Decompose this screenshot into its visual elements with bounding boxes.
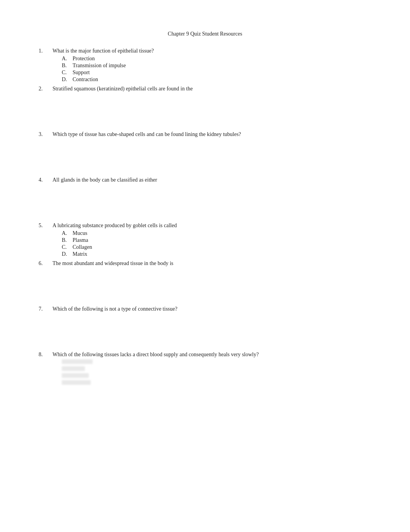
- blurred-line: [62, 366, 85, 371]
- question-block-3: 3.Which type of tissue has cube-shaped c…: [39, 131, 371, 174]
- answer-item: B.Transmission of impulse: [62, 63, 371, 69]
- answer-text: Plasma: [73, 237, 88, 243]
- answer-text: Matrix: [73, 251, 87, 257]
- question-row: 4.All glands in the body can be classifi…: [39, 177, 371, 183]
- question-block-6: 6.The most abundant and widespread tissu…: [39, 260, 371, 303]
- answer-item: A.Mucus: [62, 230, 371, 236]
- answer-item: D.Matrix: [62, 251, 371, 257]
- question-block-7: 7.Which of the following is not a type o…: [39, 306, 371, 348]
- answer-text: Mucus: [73, 230, 87, 236]
- question-number: 2.: [39, 86, 53, 92]
- question-text: Which of the following tissues lacks a d…: [53, 352, 371, 358]
- question-row: 2.Stratified squamous (keratinized) epit…: [39, 86, 371, 92]
- question-row: 1.What is the major function of epitheli…: [39, 48, 371, 54]
- answer-text: Support: [73, 70, 90, 76]
- blurred-line: [62, 373, 89, 378]
- question-text: Which type of tissue has cube-shaped cel…: [53, 131, 371, 138]
- blurred-answers: [39, 359, 371, 385]
- question-text: Stratified squamous (keratinized) epithe…: [53, 86, 371, 92]
- question-number: 1.: [39, 48, 53, 54]
- answer-spacer: [39, 268, 371, 303]
- answer-item: C.Support: [62, 70, 371, 76]
- question-block-2: 2.Stratified squamous (keratinized) epit…: [39, 86, 371, 128]
- answer-text: Protection: [73, 56, 95, 62]
- answer-letter: C.: [62, 70, 73, 76]
- answer-item: B.Plasma: [62, 237, 371, 243]
- question-text: A lubricating substance produced by gobl…: [53, 223, 371, 229]
- question-text: Which of the following is not a type of …: [53, 306, 371, 312]
- answer-spacer: [39, 139, 371, 174]
- answer-letter: C.: [62, 244, 73, 250]
- question-block-4: 4.All glands in the body can be classifi…: [39, 177, 371, 219]
- question-text: The most abundant and widespread tissue …: [53, 260, 371, 267]
- question-block-1: 1.What is the major function of epitheli…: [39, 48, 371, 83]
- blurred-line: [62, 359, 93, 364]
- question-row: 5.A lubricating substance produced by go…: [39, 223, 371, 229]
- answer-letter: B.: [62, 237, 73, 243]
- answer-letter: B.: [62, 63, 73, 69]
- question-row: 8.Which of the following tissues lacks a…: [39, 352, 371, 358]
- question-number: 8.: [39, 352, 53, 358]
- answer-spacer: [39, 93, 371, 128]
- answer-spacer: [39, 185, 371, 219]
- answer-item: D.Contraction: [62, 76, 371, 83]
- question-row: 6.The most abundant and widespread tissu…: [39, 260, 371, 267]
- question-number: 3.: [39, 131, 53, 138]
- question-row: 7.Which of the following is not a type o…: [39, 306, 371, 312]
- answer-letter: A.: [62, 230, 73, 236]
- question-row: 3.Which type of tissue has cube-shaped c…: [39, 131, 371, 138]
- question-block-5: 5.A lubricating substance produced by go…: [39, 223, 371, 257]
- answer-text: Transmission of impulse: [73, 63, 126, 69]
- answer-list: A.ProtectionB.Transmission of impulseC.S…: [39, 56, 371, 83]
- answer-list: A.MucusB.PlasmaC.CollagenD.Matrix: [39, 230, 371, 257]
- answer-text: Collagen: [73, 244, 92, 250]
- answer-letter: D.: [62, 76, 73, 83]
- answer-item: C.Collagen: [62, 244, 371, 250]
- answer-spacer: [39, 314, 371, 348]
- question-number: 5.: [39, 223, 53, 229]
- question-block-8: 8.Which of the following tissues lacks a…: [39, 352, 371, 385]
- answer-text: Contraction: [73, 76, 98, 83]
- question-number: 7.: [39, 306, 53, 312]
- blurred-line: [62, 380, 91, 385]
- question-number: 6.: [39, 260, 53, 267]
- questions-container: 1.What is the major function of epitheli…: [39, 48, 371, 385]
- answer-letter: D.: [62, 251, 73, 257]
- question-text: What is the major function of epithelial…: [53, 48, 371, 54]
- question-text: All glands in the body can be classified…: [53, 177, 371, 183]
- page-title: Chapter 9 Quiz Student Resources: [39, 31, 371, 37]
- answer-item: A.Protection: [62, 56, 371, 62]
- question-number: 4.: [39, 177, 53, 183]
- answer-letter: A.: [62, 56, 73, 62]
